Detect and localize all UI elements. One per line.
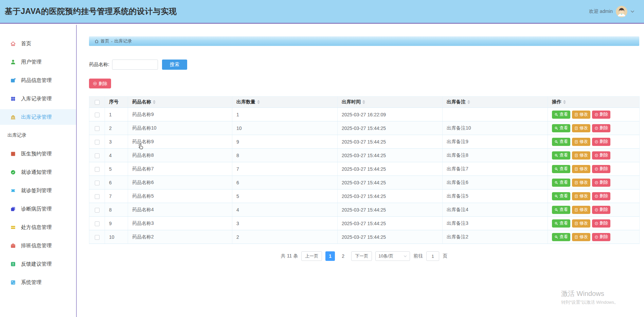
delete-button[interactable]: 删除 xyxy=(592,138,610,146)
row-checkbox[interactable] xyxy=(95,113,100,117)
cell-qty: 9 xyxy=(232,135,338,149)
row-checkbox[interactable] xyxy=(95,235,100,240)
cell-qty: 4 xyxy=(232,203,338,217)
delete-button[interactable]: 删除 xyxy=(592,124,610,132)
sidebar-item-label: 医生预约管理 xyxy=(21,151,52,157)
row-checkbox[interactable] xyxy=(95,126,100,131)
col-header-no: 序号 xyxy=(105,97,128,108)
batch-delete-button[interactable]: 删除 xyxy=(89,79,111,88)
cell-no: 7 xyxy=(105,189,128,203)
delete-button[interactable]: 删除 xyxy=(592,151,610,160)
delete-button[interactable]: 删除 xyxy=(592,165,610,173)
page-size-select[interactable]: 10条/页 xyxy=(375,251,410,261)
edit-button[interactable]: 修改 xyxy=(572,151,590,160)
sidebar-item-outbound-records[interactable]: 出库记录管理 xyxy=(0,109,76,125)
page-number-1[interactable]: 1 xyxy=(325,251,335,261)
table-row: 4 药品名称8 8 2025-03-27 15:44:25 出库备注8 查看 修… xyxy=(89,149,640,162)
sidebar-item-feedback[interactable]: 反馈建议管理 xyxy=(0,256,76,272)
view-button[interactable]: 查看 xyxy=(552,206,570,214)
circle-x-icon xyxy=(594,208,598,212)
avatar[interactable] xyxy=(616,6,627,17)
sidebar-item-diagnosis-record[interactable]: 诊断病历管理 xyxy=(0,201,76,217)
sidebar-item-label: 出库记录管理 xyxy=(21,114,52,120)
edit-button[interactable]: 修改 xyxy=(572,219,590,228)
delete-button[interactable]: 删除 xyxy=(592,179,610,187)
select-all-checkbox[interactable] xyxy=(95,100,100,105)
magnifier-icon xyxy=(554,194,558,198)
edit-button[interactable]: 修改 xyxy=(572,165,590,173)
edit-button[interactable]: 修改 xyxy=(572,179,590,187)
cell-name: 药品名称10 xyxy=(128,121,232,135)
row-checkbox[interactable] xyxy=(95,221,100,226)
view-button[interactable]: 查看 xyxy=(552,151,570,160)
cell-note: 出库备注5 xyxy=(443,189,548,203)
edit-button[interactable]: 修改 xyxy=(572,111,590,119)
sidebar-item-users[interactable]: 用户管理 xyxy=(0,54,76,70)
view-button[interactable]: 查看 xyxy=(552,192,570,200)
magnifier-icon xyxy=(554,153,558,157)
search-button[interactable]: 搜索 xyxy=(162,60,187,70)
row-checkbox[interactable] xyxy=(95,181,100,185)
view-button[interactable]: 查看 xyxy=(552,179,570,187)
cell-qty: 1 xyxy=(232,108,338,121)
outbound-records-icon xyxy=(10,114,16,120)
search-input[interactable] xyxy=(112,60,158,70)
row-checkbox[interactable] xyxy=(95,208,100,213)
breadcrumb-home-link[interactable]: 首页 xyxy=(101,38,109,44)
delete-button[interactable]: 删除 xyxy=(592,219,610,228)
edit-button[interactable]: 修改 xyxy=(572,124,590,132)
row-checkbox[interactable] xyxy=(95,194,100,199)
cell-note: 出库备注10 xyxy=(443,121,548,135)
table-row: 8 药品名称4 4 2025-03-27 15:44:25 出库备注4 查看 修… xyxy=(89,203,640,217)
view-button[interactable]: 查看 xyxy=(552,219,570,228)
cell-note: 出库备注8 xyxy=(443,149,548,162)
sidebar-item-doctor-appointment[interactable]: 医生预约管理 xyxy=(0,146,76,162)
col-header-time: 出库时间 xyxy=(338,97,443,108)
sidebar-item-visit-notice[interactable]: 就诊通知管理 xyxy=(0,164,76,180)
col-header-qty: 出库数量 xyxy=(232,97,338,108)
edit-button[interactable]: 修改 xyxy=(572,233,590,241)
goto-page-input[interactable] xyxy=(426,251,439,261)
sidebar-item-home[interactable]: 首页 xyxy=(0,36,76,51)
next-page-button[interactable]: 下一页 xyxy=(351,251,372,261)
batch-delete-label: 删除 xyxy=(99,81,107,87)
sidebar-item-inbound-records[interactable]: 入库记录管理 xyxy=(0,91,76,106)
view-button[interactable]: 查看 xyxy=(552,138,570,146)
chevron-down-icon xyxy=(404,255,407,257)
row-checkbox[interactable] xyxy=(95,140,100,145)
edit-icon xyxy=(574,140,578,144)
delete-button[interactable]: 删除 xyxy=(592,111,610,119)
edit-button[interactable]: 修改 xyxy=(572,192,590,200)
sort-caret[interactable] xyxy=(362,100,365,104)
view-button[interactable]: 查看 xyxy=(552,111,570,119)
sidebar-item-drug-info[interactable]: 药品信息管理 xyxy=(0,72,76,88)
delete-button[interactable]: 删除 xyxy=(592,192,610,200)
cell-time: 2025-03-27 15:44:25 xyxy=(338,121,443,135)
row-checkbox[interactable] xyxy=(95,167,100,172)
cell-time: 2025-03-27 15:44:25 xyxy=(338,176,443,189)
view-button[interactable]: 查看 xyxy=(552,165,570,173)
circle-x-icon xyxy=(594,194,598,198)
cell-note: 出库备注6 xyxy=(443,176,548,189)
cell-no: 4 xyxy=(105,149,128,162)
sort-caret[interactable] xyxy=(257,100,260,104)
diagnosis-record-icon xyxy=(10,206,16,212)
delete-button[interactable]: 删除 xyxy=(592,206,610,214)
edit-button[interactable]: 修改 xyxy=(572,206,590,214)
sort-caret[interactable] xyxy=(153,100,156,104)
sidebar-item-prescription[interactable]: 处方信息管理 xyxy=(0,219,76,235)
sidebar-item-schedule[interactable]: 排班信息管理 xyxy=(0,238,76,253)
page-number-2[interactable]: 2 xyxy=(338,251,348,261)
view-button[interactable]: 查看 xyxy=(552,124,570,132)
delete-button[interactable]: 删除 xyxy=(592,233,610,241)
edit-button[interactable]: 修改 xyxy=(572,138,590,146)
sort-caret[interactable] xyxy=(467,100,470,104)
sidebar-item-system[interactable]: 系统管理 xyxy=(0,274,76,290)
sidebar-item-visit-checkin[interactable]: 就诊签到管理 xyxy=(0,183,76,198)
prev-page-button[interactable]: 上一页 xyxy=(301,251,322,261)
view-button[interactable]: 查看 xyxy=(552,233,570,241)
row-checkbox[interactable] xyxy=(95,153,100,158)
sort-caret[interactable] xyxy=(563,100,566,104)
chevron-down-icon[interactable] xyxy=(630,10,634,13)
cell-name: 药品名称9 xyxy=(128,108,232,121)
